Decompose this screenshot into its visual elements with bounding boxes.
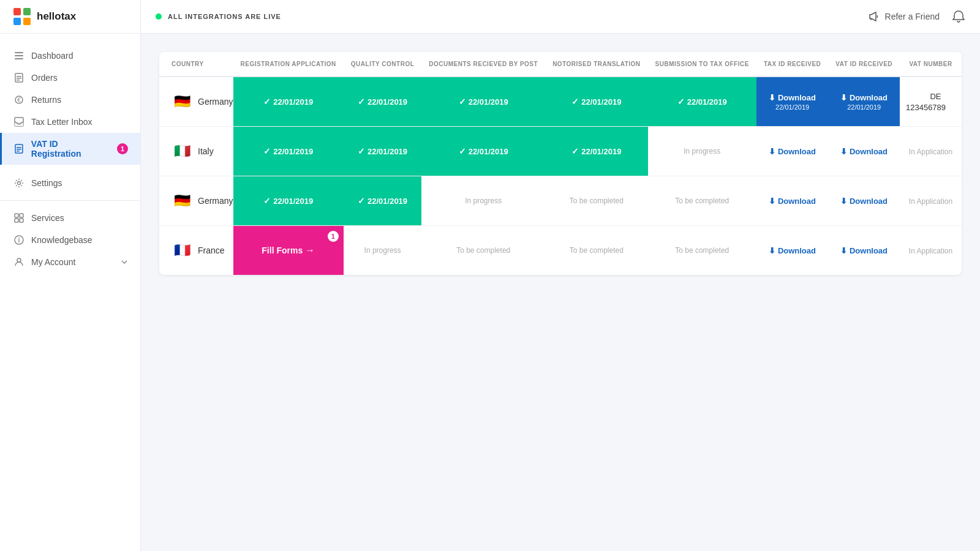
svg-point-19 [18,182,21,185]
svg-point-26 [17,258,21,262]
download-blue-button[interactable]: ⬇ Download 22/01/2019 [828,77,900,126]
notorised-cell: To be completed [545,176,647,226]
download-link[interactable]: ⬇ Download [769,246,816,255]
green-check-cell: ✓22/01/2019 [344,77,421,126]
documents-cell: ✓22/01/2019 [421,127,545,176]
table-row: 🇩🇪Germany✓22/01/2019✓22/01/2019In progre… [159,176,962,226]
vat-number-cell: In Application [900,226,962,276]
nav-divider [0,200,140,201]
in-progress-status: In progress [684,147,720,156]
documents-cell: To be completed [421,226,545,276]
country-cell: 🇩🇪Germany [159,77,233,127]
green-check-cell: ✓22/01/2019 [421,77,545,126]
vat-id-cell: ⬇ Download [828,127,900,176]
returns-icon: € [14,95,24,105]
download-link[interactable]: ⬇ Download [769,147,816,156]
in-progress-status: In progress [465,197,502,205]
flag-icon: 🇩🇪 [174,193,190,209]
submission-cell: To be completed [648,176,756,226]
download-link[interactable]: ⬇ Download [840,246,888,255]
fill-forms-button[interactable]: Fill Forms → 1 [233,226,344,275]
registration-cell: ✓22/01/2019 [233,77,344,127]
svg-rect-5 [15,55,23,56]
tax-id-cell: ⬇ Download [756,226,828,276]
notorised-cell: ✓22/01/2019 [545,127,647,176]
registration-cell: ✓22/01/2019 [233,127,344,176]
vat-number-value: DE 123456789 [906,92,956,112]
country-cell: 🇮🇹Italy [159,127,233,176]
col-country: Country [159,52,233,77]
sidebar-item-label: Tax Letter Inbox [31,117,92,127]
download-blue-button[interactable]: ⬇ Download 22/01/2019 [756,77,828,126]
sidebar-item-settings[interactable]: Settings [0,172,140,194]
refer-friend-label: Refer a Friend [885,12,940,21]
svg-rect-4 [15,52,23,53]
svg-rect-8 [17,76,21,77]
sidebar-item-orders[interactable]: Orders [0,67,140,89]
green-check-cell: ✓22/01/2019 [545,77,647,126]
refer-friend-button[interactable]: Refer a Friend [868,10,940,23]
tax-id-cell: ⬇ Download [756,127,828,176]
nav-badge: 1 [117,143,128,154]
green-check-cell: ✓22/01/2019 [545,127,647,176]
svg-rect-6 [15,58,23,59]
sidebar-item-services[interactable]: Services [0,207,140,229]
fill-forms-badge: 1 [328,231,339,242]
sidebar-item-my-account[interactable]: My Account [0,251,140,273]
notification-icon[interactable] [952,10,965,23]
sidebar-item-vat-id-registration[interactable]: VAT ID Registration 1 [0,133,140,165]
svg-rect-17 [17,149,21,149]
orders-icon [14,73,24,83]
quality-cell: ✓22/01/2019 [344,127,421,176]
vat-number-cell: In Application [900,176,962,226]
green-check-cell: ✓22/01/2019 [648,77,756,126]
status-dot [156,13,162,20]
to-be-completed-status: To be completed [570,197,624,205]
vat-number-cell: In Application [900,127,962,176]
tax-id-cell: ⬇ Download 22/01/2019 [756,77,828,127]
svg-text:€: € [17,97,21,103]
svg-rect-20 [15,214,18,217]
registration-cell: Fill Forms → 1 [233,226,344,276]
documents-cell: In progress [421,176,545,226]
sidebar-item-returns[interactable]: € Returns [0,89,140,111]
sidebar: hellotax Dashboard Orders € [0,0,141,551]
vat-icon [14,144,24,154]
nav-section-bottom: Services i Knowledgebase My Account [0,207,140,273]
flag-icon: 🇩🇪 [174,94,190,110]
country-name: France [198,246,225,255]
sidebar-item-label: Services [31,213,64,223]
country-cell: 🇫🇷France [159,226,233,276]
submission-cell: To be completed [648,226,756,276]
download-link[interactable]: ⬇ Download [840,197,888,206]
sidebar-item-knowledgebase[interactable]: i Knowledgebase [0,229,140,251]
table-row: 🇮🇹Italy✓22/01/2019✓22/01/2019✓22/01/2019… [159,127,962,176]
in-progress-status: In progress [364,246,401,255]
status-text: ALL INTEGRATIONS ARE LIVE [168,13,281,20]
svg-rect-10 [17,80,20,81]
sidebar-item-label: Settings [31,178,62,188]
in-application-status: In Application [909,197,952,206]
svg-text:i: i [18,237,20,244]
country-name: Germany [198,196,233,206]
download-link[interactable]: ⬇ Download [769,197,816,206]
sidebar-item-tax-letter-inbox[interactable]: Tax Letter Inbox [0,111,140,133]
svg-rect-0 [13,8,21,15]
table-row: 🇫🇷France Fill Forms → 1 In progressTo be… [159,226,962,276]
vat-number-cell: DE 123456789 [900,77,962,127]
flag-icon: 🇮🇹 [174,143,190,159]
sidebar-item-label: Knowledgebase [31,235,92,245]
menu-icon [14,51,24,61]
vat-id-cell: ⬇ Download [828,226,900,276]
registration-cell: ✓22/01/2019 [233,176,344,226]
megaphone-icon [868,10,880,23]
submission-cell: In progress [648,127,756,176]
services-icon [14,213,24,223]
quality-cell: ✓22/01/2019 [344,176,421,226]
download-link[interactable]: ⬇ Download [840,147,888,156]
hellotax-logo-icon [12,7,32,26]
quality-cell: In progress [344,226,421,276]
sidebar-item-label: My Account [31,257,75,267]
sidebar-item-dashboard[interactable]: Dashboard [0,45,140,67]
to-be-completed-status: To be completed [675,246,729,255]
